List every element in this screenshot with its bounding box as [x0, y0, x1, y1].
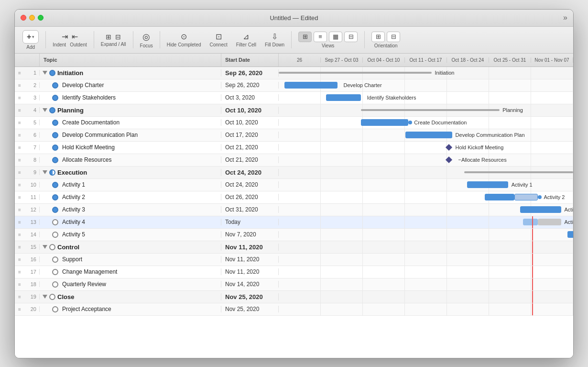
table-row[interactable]: ≡ 20 Project Acceptance Nov 25, 2020 [15, 303, 573, 316]
table-row[interactable]: ≡ 11 Activity 2 Oct 26, 2020 [15, 191, 573, 204]
drag-handle[interactable]: ≡ [15, 207, 24, 212]
indent-outdent-group[interactable]: ⇥ ⇤ Indent Outdent [49, 30, 90, 49]
drag-handle[interactable]: ≡ [15, 220, 24, 225]
drag-handle[interactable]: ≡ [15, 108, 24, 113]
expand-collapse-group[interactable]: ⊞ ⊟ Expand / All [97, 31, 130, 49]
hide-completed-group[interactable]: ⊙ Hide Completed [163, 30, 205, 49]
table-row[interactable]: ≡ 8 Allocate Resources Oct 21, 2020 [15, 154, 573, 167]
gantt-bar-activity4 [523, 219, 538, 225]
expand-arrow-icon[interactable] [43, 170, 47, 174]
topic-cell[interactable]: Activity 3 [40, 206, 221, 213]
gantt-label-activity4: Activity [565, 219, 573, 225]
view-outline-button[interactable]: ≡ [314, 32, 327, 42]
orientation-group[interactable]: ⊞ ⊟ Orientation [368, 30, 404, 50]
status-icon [52, 182, 58, 188]
drag-handle[interactable]: ≡ [15, 170, 24, 175]
drag-handle[interactable]: ≡ [15, 120, 24, 125]
expand-arrow-icon[interactable] [43, 295, 47, 299]
drag-handle[interactable]: ≡ [15, 269, 24, 275]
drag-handle[interactable]: ≡ [15, 294, 24, 300]
maximize-button[interactable] [38, 15, 44, 21]
focus-group[interactable]: ◎ Focus [136, 30, 157, 50]
topic-cell[interactable]: Activity 5 [40, 231, 221, 238]
topic-cell[interactable]: Activity 2 [40, 194, 221, 200]
table-row[interactable]: ≡ 12 Activity 3 Oct 31, 2020 [15, 204, 573, 216]
collapse-icon: ⊟ [115, 33, 121, 41]
topic-cell[interactable]: Activity 4 [40, 219, 221, 225]
drag-handle[interactable]: ≡ [15, 133, 24, 138]
topic-cell[interactable]: Support [40, 256, 221, 263]
drag-handle[interactable]: ≡ [15, 232, 24, 237]
gantt-week-5: Oct 25 - Oct 31 [489, 57, 531, 63]
table-row[interactable]: ≡ 18 Quarterly Review Nov 14, 2020 [15, 278, 573, 291]
topic-cell[interactable]: Create Documentation [40, 119, 221, 126]
topic-text: Develop Charter [62, 82, 104, 89]
topic-cell[interactable]: Initiation [40, 69, 221, 77]
topic-cell[interactable]: Activity 1 [40, 181, 221, 188]
add-dropdown-icon: ▾ [32, 34, 34, 39]
table-row[interactable]: ≡ 6 Develop Communication Plan Oct 17, 2… [15, 129, 573, 142]
gantt-connector-line [458, 159, 461, 160]
close-button[interactable] [21, 15, 26, 21]
table-row[interactable]: ≡ 19 Close Nov 25, 2020 [15, 291, 573, 303]
table-row[interactable]: ≡ 10 Activity 1 Oct 24, 2020 [15, 179, 573, 191]
drag-handle[interactable]: ≡ [15, 83, 24, 88]
drag-handle[interactable]: ≡ [15, 245, 24, 250]
connect-group[interactable]: ⊡ Connect [206, 30, 231, 49]
table-row[interactable]: ≡ 4 Planning Oct 10, 2020 P [15, 104, 573, 117]
status-icon [49, 107, 55, 113]
fill-down-group[interactable]: ⇩ Fill Down [261, 30, 288, 49]
expand-all-label: Expand / All [101, 42, 126, 47]
indent-icon: ⇥ [62, 32, 68, 41]
drag-handle[interactable]: ≡ [15, 182, 24, 188]
topic-cell[interactable]: Change Management [40, 268, 221, 275]
view-chart-button[interactable]: ⊟ [344, 32, 358, 42]
topic-cell[interactable]: Develop Communication Plan [40, 132, 221, 138]
topic-cell[interactable]: Planning [40, 107, 221, 114]
table-row[interactable]: ≡ 13 Activity 4 Today [15, 216, 573, 229]
add-group[interactable]: + ▾ Add [19, 28, 43, 52]
table-row[interactable]: ≡ 15 Control Nov 11, 2020 [15, 241, 573, 254]
minimize-button[interactable] [29, 15, 35, 21]
focus-label: Focus [140, 43, 153, 48]
table-row[interactable]: ≡ 17 Change Management Nov 11, 2020 [15, 266, 573, 278]
topic-cell[interactable]: Control [40, 244, 221, 251]
expand-arrow-icon[interactable] [43, 108, 47, 112]
expand-arrow-icon[interactable] [43, 245, 47, 249]
table-row[interactable]: ≡ 1 Initiation Sep 26, 2020 [15, 67, 573, 79]
drag-handle[interactable]: ≡ [15, 307, 24, 312]
drag-handle[interactable]: ≡ [15, 282, 24, 287]
view-table-button[interactable]: ⊞ [298, 32, 312, 42]
drag-handle[interactable]: ≡ [15, 157, 24, 163]
drag-handle[interactable]: ≡ [15, 195, 24, 200]
topic-cell[interactable]: Quarterly Review [40, 281, 221, 288]
topic-cell[interactable]: Project Acceptance [40, 306, 221, 312]
drag-handle[interactable]: ≡ [15, 257, 24, 262]
status-icon [49, 169, 55, 176]
topic-cell[interactable]: Hold Kickoff Meeting [40, 144, 221, 151]
views-group[interactable]: ⊞ ≡ ▦ ⊟ Views [294, 30, 361, 50]
add-button[interactable]: + ▾ [22, 30, 39, 44]
topic-cell[interactable]: Allocate Resources [40, 156, 221, 163]
orientation-v-button[interactable]: ⊞ [371, 32, 385, 42]
table-row[interactable]: ≡ 5 Create Documentation Oct 10, 2020 [15, 117, 573, 129]
table-row[interactable]: ≡ 9 Execution Oct 24, 2020 [15, 167, 573, 179]
table-row[interactable]: ≡ 7 Hold Kickoff Meeting Oct 21, 2020 [15, 142, 573, 154]
connect-label: Connect [210, 42, 228, 47]
view-calendar-button[interactable]: ▦ [329, 32, 342, 42]
table-row[interactable]: ≡ 14 Activity 5 Nov 7, 2020 [15, 229, 573, 241]
table-row[interactable]: ≡ 2 Develop Charter Sep 26, 2020 [15, 79, 573, 92]
expand-arrow-icon[interactable] [43, 71, 47, 75]
topic-cell[interactable]: Develop Charter [40, 82, 221, 89]
drag-handle[interactable]: ≡ [15, 70, 24, 76]
orientation-h-button[interactable]: ⊟ [387, 32, 400, 42]
topic-cell[interactable]: Close [40, 293, 221, 300]
topic-cell[interactable]: Execution [40, 169, 221, 176]
table-row[interactable]: ≡ 16 Support Nov 11, 2020 [15, 254, 573, 266]
toolbar-more-button[interactable]: » [563, 13, 567, 22]
table-row[interactable]: ≡ 3 Identify Stakeholders Oct 3, 2020 [15, 92, 573, 104]
topic-cell[interactable]: Identify Stakeholders [40, 94, 221, 101]
filter-cell-group[interactable]: ⊿ Filter Cell [232, 30, 260, 49]
drag-handle[interactable]: ≡ [15, 95, 24, 100]
drag-handle[interactable]: ≡ [15, 145, 24, 150]
